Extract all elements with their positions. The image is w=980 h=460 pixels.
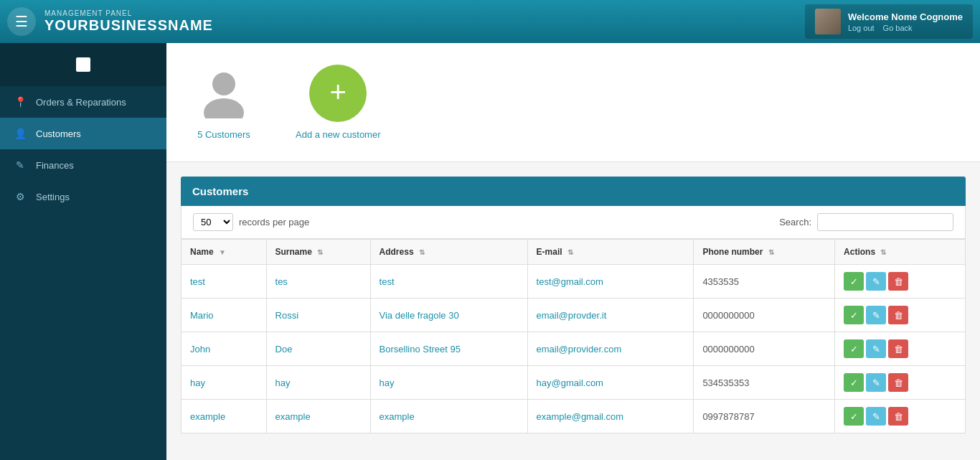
check-button[interactable]: ✓ <box>844 407 864 426</box>
stats-row: 5 Customers + Add a new customer <box>166 43 980 162</box>
user-actions: Log out Go back <box>848 24 963 32</box>
add-circle-icon: + <box>309 65 367 122</box>
plus-symbol: + <box>330 78 347 106</box>
sort-phone-icon: ⇅ <box>768 248 774 256</box>
cell-email: test@gmail.com <box>527 265 694 299</box>
sort-address-icon: ⇅ <box>419 248 425 256</box>
sidebar-label-settings: Settings <box>36 192 70 202</box>
stat-customers[interactable]: 5 Customers <box>195 65 253 140</box>
search-input[interactable] <box>817 213 953 231</box>
cell-phone: 0997878787 <box>694 400 835 433</box>
cell-actions: ✓ ✎ 🗑 <box>835 299 966 332</box>
user-info: Welcome Nome Cognome Log out Go back <box>848 11 963 32</box>
cell-surname: Rossi <box>266 299 370 332</box>
action-buttons: ✓ ✎ 🗑 <box>844 407 956 426</box>
delete-button[interactable]: 🗑 <box>888 272 908 291</box>
stat-add-customer[interactable]: + Add a new customer <box>296 65 381 140</box>
search-label: Search: <box>779 217 811 227</box>
col-actions[interactable]: Actions ⇅ <box>835 240 966 265</box>
logo-icon <box>76 57 90 72</box>
cell-address: Via delle fragole 30 <box>370 299 527 332</box>
edit-button[interactable]: ✎ <box>866 306 886 324</box>
cell-email: email@provder.it <box>527 299 694 332</box>
cell-address: hay <box>370 366 527 400</box>
cell-surname: Doe <box>266 332 370 366</box>
sidebar-item-orders[interactable]: 📍 Orders & Reparations <box>0 86 166 118</box>
cell-email: email@provider.com <box>527 332 694 366</box>
user-panel: Welcome Nome Cognome Log out Go back <box>805 4 973 39</box>
col-surname[interactable]: Surname ⇅ <box>266 240 370 265</box>
cell-email: hay@gmail.com <box>527 366 694 400</box>
cell-phone: 0000000000 <box>694 299 835 332</box>
layout: 📍 Orders & Reparations 👤 Customers ✎ Fin… <box>0 43 980 460</box>
delete-button[interactable]: 🗑 <box>888 339 908 358</box>
cell-surname: tes <box>266 265 370 299</box>
cell-actions: ✓ ✎ 🗑 <box>835 400 966 433</box>
col-phone[interactable]: Phone number ⇅ <box>694 240 835 265</box>
edit-button[interactable]: ✎ <box>866 407 886 426</box>
avatar <box>815 9 841 34</box>
sort-email-icon: ⇅ <box>567 248 573 256</box>
table-section: Customers 50 25 100 records per page Sea… <box>166 162 980 460</box>
check-button[interactable]: ✓ <box>844 306 864 324</box>
col-address[interactable]: Address ⇅ <box>370 240 527 265</box>
sidebar-logo <box>0 43 166 86</box>
col-email[interactable]: E-mail ⇅ <box>527 240 694 265</box>
cell-actions: ✓ ✎ 🗑 <box>835 366 966 400</box>
person-icon: 👤 <box>14 128 26 139</box>
customers-table: Name ▼ Surname ⇅ Address ⇅ E-mail ⇅ Phon… <box>181 239 966 433</box>
sidebar-item-customers[interactable]: 👤 Customers <box>0 118 166 149</box>
table-row: example example example example@gmail.co… <box>182 400 966 433</box>
svg-point-1 <box>204 98 244 118</box>
brand-subtitle: MANAGEMENT PANEL <box>44 9 213 17</box>
goback-link[interactable]: Go back <box>883 24 913 32</box>
cell-name: test <box>182 265 267 299</box>
cell-phone: 534535353 <box>694 366 835 400</box>
cell-name: example <box>182 400 267 433</box>
delete-button[interactable]: 🗑 <box>888 407 908 426</box>
table-controls: 50 25 100 records per page Search: <box>181 206 966 239</box>
stat-customers-icon <box>195 65 253 122</box>
sidebar-item-finances[interactable]: ✎ Finances <box>0 149 166 181</box>
table-row: hay hay hay hay@gmail.com 534535353 ✓ ✎ … <box>182 366 966 400</box>
sort-surname-icon: ⇅ <box>317 248 323 256</box>
action-buttons: ✓ ✎ 🗑 <box>844 306 956 324</box>
edit-button[interactable]: ✎ <box>866 272 886 291</box>
check-button[interactable]: ✓ <box>844 373 864 392</box>
check-button[interactable]: ✓ <box>844 339 864 358</box>
edit-button[interactable]: ✎ <box>866 339 886 358</box>
table-row: John Doe Borsellino Street 95 email@prov… <box>182 332 966 366</box>
records-per-page-control: 50 25 100 records per page <box>193 213 309 231</box>
cell-name: Mario <box>182 299 267 332</box>
action-buttons: ✓ ✎ 🗑 <box>844 339 956 358</box>
sidebar-item-settings[interactable]: ⚙ Settings <box>0 181 166 212</box>
table-title: Customers <box>181 177 966 206</box>
logout-link[interactable]: Log out <box>848 24 875 32</box>
delete-button[interactable]: 🗑 <box>888 306 908 324</box>
action-buttons: ✓ ✎ 🗑 <box>844 373 956 392</box>
location-icon: 📍 <box>14 96 26 108</box>
cell-actions: ✓ ✎ 🗑 <box>835 265 966 299</box>
sidebar: 📍 Orders & Reparations 👤 Customers ✎ Fin… <box>0 43 166 460</box>
brand-name: YOURBUSINESSNAME <box>44 17 213 34</box>
main-content: 5 Customers + Add a new customer Custome… <box>166 43 980 460</box>
cell-email: example@gmail.com <box>527 400 694 433</box>
cell-phone: 0000000000 <box>694 332 835 366</box>
delete-button[interactable]: 🗑 <box>888 373 908 392</box>
cell-actions: ✓ ✎ 🗑 <box>835 332 966 366</box>
cell-phone: 4353535 <box>694 265 835 299</box>
table-row: test tes test test@gmail.com 4353535 ✓ ✎… <box>182 265 966 299</box>
table-body: test tes test test@gmail.com 4353535 ✓ ✎… <box>182 265 966 433</box>
check-button[interactable]: ✓ <box>844 272 864 291</box>
gear-icon: ⚙ <box>14 191 26 202</box>
search-area: Search: <box>779 213 953 231</box>
topbar: ☰ MANAGEMENT PANEL YOURBUSINESSNAME Welc… <box>0 0 980 43</box>
edit-button[interactable]: ✎ <box>866 373 886 392</box>
hamburger-button[interactable]: ☰ <box>7 7 36 36</box>
col-name[interactable]: Name ▼ <box>182 240 267 265</box>
sidebar-label-orders: Orders & Reparations <box>36 97 126 108</box>
sidebar-label-finances: Finances <box>36 160 74 171</box>
records-per-page-select[interactable]: 50 25 100 <box>193 213 233 231</box>
stat-add-icon: + <box>309 65 367 122</box>
stat-add-label: Add a new customer <box>296 129 381 140</box>
